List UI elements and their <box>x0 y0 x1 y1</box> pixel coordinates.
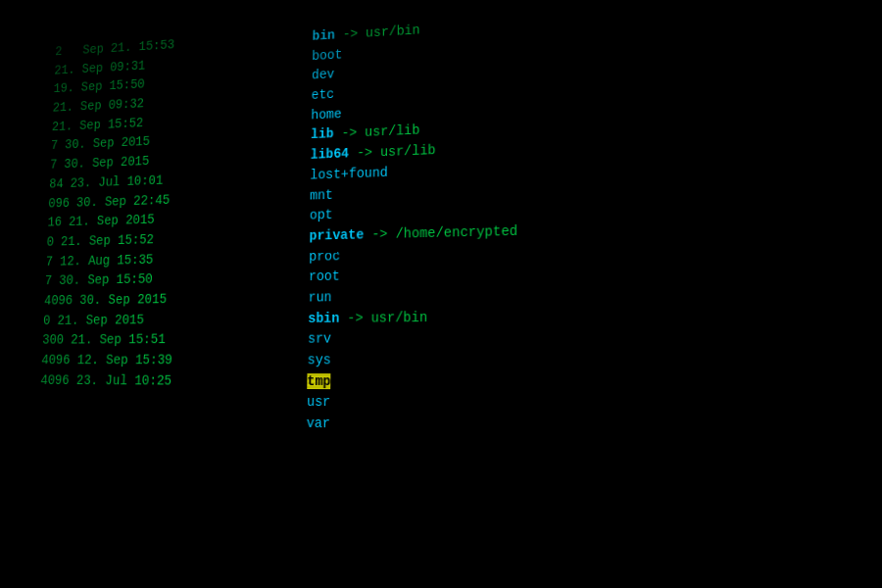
dir-line-srv: srv <box>308 325 882 350</box>
dir-name: srv <box>308 331 331 347</box>
symlink: -> usr/lib <box>341 122 419 141</box>
dir-name: var <box>307 416 330 431</box>
left-line: 300 21. Sep 15:51 <box>42 329 299 351</box>
symlink: -> usr/bin <box>347 310 427 326</box>
symlink: -> usr/bin <box>342 23 419 42</box>
dir-line-sys: sys <box>308 349 882 372</box>
dir-name: mnt <box>310 187 333 203</box>
terminal-screen: 2 Sep 21. 15:53 21. Sep 09:31 19. Sep 15… <box>24 0 882 588</box>
dir-name: sys <box>308 352 331 368</box>
dir-name: dev <box>312 67 335 82</box>
dir-name: lib <box>311 126 334 142</box>
dir-name: opt <box>310 208 333 223</box>
dir-name: home <box>311 107 341 122</box>
dir-name: lost+found <box>310 165 388 182</box>
symlink: -> usr/lib <box>357 143 436 161</box>
dir-name: private <box>309 227 364 244</box>
terminal-content: 2 Sep 21. 15:53 21. Sep 09:31 19. Sep 15… <box>24 0 882 588</box>
dir-name: proc <box>309 248 340 264</box>
dir-name: usr <box>307 394 330 410</box>
left-line: 4096 23. Jul 10:25 <box>40 370 298 392</box>
dir-name: tmp <box>307 373 330 389</box>
dir-name: boot <box>312 47 342 64</box>
dir-name: bin <box>312 27 334 43</box>
right-column: bin -> usr/bin boot dev etc home lib -> … <box>295 0 882 588</box>
symlink: -> /home/encrypted <box>371 223 517 242</box>
dir-name: lib64 <box>311 146 350 163</box>
dir-name: root <box>309 269 340 284</box>
dir-name: etc <box>312 87 335 103</box>
dir-name: run <box>309 289 332 305</box>
dir-line-var: var <box>307 414 882 443</box>
left-column: 2 Sep 21. 15:53 21. Sep 09:31 19. Sep 15… <box>24 28 303 581</box>
left-line: 0 21. Sep 2015 <box>43 309 299 331</box>
left-line: 4096 12. Sep 15:39 <box>41 350 298 370</box>
dir-name: sbin <box>308 311 339 326</box>
left-line: 4096 30. Sep 2015 <box>44 288 300 312</box>
